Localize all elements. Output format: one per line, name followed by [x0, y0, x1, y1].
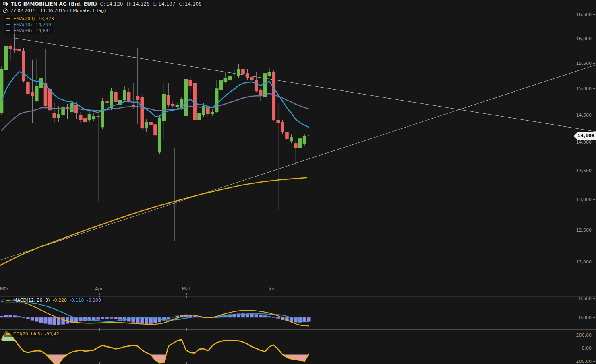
legend-item-ema38[interactable]: EMA(38) 14,641	[4, 28, 53, 34]
candle-down[interactable]	[127, 92, 131, 101]
low-value: 14,107	[158, 1, 175, 7]
candle-down[interactable]	[9, 46, 12, 49]
macd-histogram-bar	[53, 317, 56, 325]
candle-up[interactable]	[228, 76, 232, 80]
candle-down[interactable]	[149, 122, 153, 125]
candle-up[interactable]	[162, 94, 166, 121]
candle-down[interactable]	[206, 108, 210, 114]
macd-histogram-bar	[44, 317, 48, 324]
macd-histogram-bar	[276, 317, 280, 319]
candle-down[interactable]	[83, 118, 87, 122]
candle-up[interactable]	[4, 46, 8, 70]
candle-down[interactable]	[17, 49, 21, 51]
candle-up[interactable]	[88, 114, 91, 120]
candle-down[interactable]	[153, 124, 157, 135]
candle-down[interactable]	[232, 76, 236, 76]
clock-icon	[3, 8, 8, 13]
candle-up[interactable]	[303, 136, 306, 144]
legend-item-ema200[interactable]: EMA(200) 13,373	[4, 16, 56, 22]
candle-up[interactable]	[57, 114, 60, 118]
ema38-swatch	[6, 30, 10, 31]
candle-up[interactable]	[158, 118, 161, 152]
candle-up[interactable]	[298, 138, 302, 148]
candle-up[interactable]	[176, 105, 179, 107]
panel-separator	[0, 329, 596, 330]
candle-down[interactable]	[53, 113, 56, 118]
candle-up[interactable]	[35, 86, 39, 101]
date-range-text: 27.02.2015 - 11.06.2015 (3 Monate, 1 Tag…	[10, 8, 106, 13]
candle-down[interactable]	[259, 90, 263, 95]
macd-label: MACD(12, 26, 9)	[13, 298, 50, 303]
macd-histogram-bar	[4, 315, 8, 317]
candle-down[interactable]	[294, 143, 298, 148]
candle-down[interactable]	[272, 72, 276, 120]
legend-item-ema10[interactable]: EMA(10) 14,299	[4, 22, 53, 28]
candle-down[interactable]	[276, 120, 280, 123]
candle-down[interactable]	[281, 122, 284, 132]
candle-down[interactable]	[141, 97, 144, 128]
macd-histogram-bar	[255, 315, 258, 318]
candle-down[interactable]	[31, 92, 34, 96]
candle-down[interactable]	[250, 77, 254, 80]
ema38-label: EMA(38)	[13, 28, 32, 33]
trendline[interactable]	[0, 65, 596, 260]
candle-up[interactable]	[0, 69, 3, 113]
macd-histogram-bar	[35, 317, 39, 321]
macd-histogram-bar	[268, 316, 271, 317]
macd-histogram-bar	[97, 317, 100, 320]
candle-down[interactable]	[114, 92, 118, 102]
macd-histogram-bar	[307, 317, 311, 321]
candle-down[interactable]	[13, 49, 17, 50]
candle-up[interactable]	[145, 122, 148, 128]
candle-down[interactable]	[241, 69, 245, 74]
candle-up[interactable]	[211, 112, 214, 114]
candle-down[interactable]	[171, 104, 175, 106]
macd-histogram-bar	[31, 317, 34, 321]
candle-up[interactable]	[219, 80, 223, 90]
macd-histogram-value: -0,109	[87, 298, 101, 303]
macd-value: -0,228	[53, 298, 67, 303]
date-range-display[interactable]: 27.02.2015 - 11.06.2015 (3 Monate, 1 Tag…	[1, 8, 108, 14]
candle-down[interactable]	[26, 82, 30, 94]
ema200-line	[0, 178, 307, 265]
trading-chart-window: 16,50016,00015,50015,00014,50014,00013,5…	[0, 0, 596, 364]
macd-histogram-bar	[48, 317, 52, 324]
candle-up[interactable]	[215, 88, 219, 112]
macd-histogram-bar	[105, 317, 109, 319]
candle-up[interactable]	[184, 79, 188, 116]
ema10-label: EMA(10)	[13, 22, 32, 27]
legend-item-cci[interactable]: CCI(20, hlc3) -90,42	[4, 331, 61, 337]
instrument-header[interactable]: TLG IMMOBILIEN AG (Bid, EUR) O:14,120 H:…	[1, 1, 204, 7]
candle-up[interactable]	[101, 101, 104, 127]
ema200-label: EMA(200)	[13, 16, 35, 21]
candle-up[interactable]	[92, 116, 96, 119]
candle-down[interactable]	[79, 115, 83, 120]
candle-down[interactable]	[246, 73, 249, 78]
candle-down[interactable]	[136, 96, 140, 100]
candle-up[interactable]	[268, 72, 271, 76]
candle-down[interactable]	[48, 89, 52, 110]
candle-down[interactable]	[167, 95, 170, 105]
candle-up[interactable]	[263, 73, 267, 97]
candle-down[interactable]	[105, 101, 109, 103]
candlestick-icon	[3, 1, 8, 7]
candle-down[interactable]	[307, 136, 311, 136]
candle-up[interactable]	[290, 137, 293, 141]
macd-signal-value: -0,118	[70, 298, 84, 303]
candle-up[interactable]	[70, 103, 74, 112]
candle-up[interactable]	[224, 78, 228, 82]
candle-down[interactable]	[255, 80, 258, 91]
macd-histogram-bar	[141, 317, 144, 324]
ema38-value: 14,641	[36, 28, 52, 33]
candle-down[interactable]	[285, 132, 289, 139]
ema10-line	[2, 72, 309, 127]
candle-up[interactable]	[197, 113, 201, 120]
chart-canvas[interactable]	[0, 0, 596, 364]
candle-up[interactable]	[123, 90, 126, 100]
candle-up[interactable]	[237, 69, 240, 76]
legend-item-macd[interactable]: MACD(12, 26, 9) -0,228 -0,118 -0,109	[4, 297, 103, 303]
candle-down[interactable]	[97, 116, 100, 117]
macd-histogram-bar	[145, 317, 148, 324]
candle-down[interactable]	[22, 51, 25, 81]
candle-down[interactable]	[188, 80, 192, 86]
